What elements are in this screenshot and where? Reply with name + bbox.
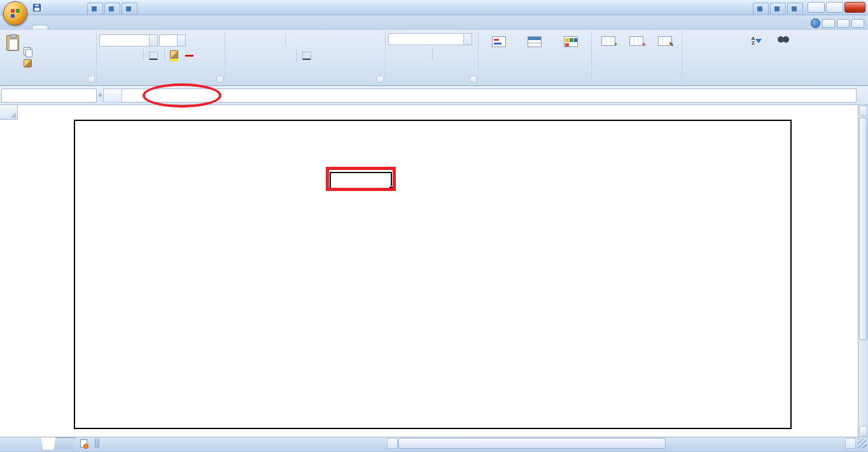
workbook-minimize-button[interactable] bbox=[822, 19, 835, 28]
formula-input[interactable] bbox=[122, 88, 857, 102]
grow-font-button[interactable] bbox=[187, 34, 199, 46]
italic-button[interactable] bbox=[113, 50, 125, 62]
clipboard-dialog-launcher[interactable] bbox=[88, 76, 95, 83]
align-bottom-button[interactable] bbox=[255, 34, 267, 46]
paste-button[interactable] bbox=[4, 33, 22, 74]
file-icon bbox=[92, 6, 97, 11]
window-tab[interactable] bbox=[122, 3, 137, 15]
tab-scroll-splitter[interactable] bbox=[95, 439, 99, 448]
font-color-button[interactable] bbox=[183, 50, 195, 62]
office-button[interactable] bbox=[3, 1, 27, 25]
tab-home[interactable] bbox=[32, 25, 48, 30]
scroll-right-button[interactable] bbox=[845, 438, 856, 449]
font-name-combo[interactable] bbox=[99, 34, 158, 46]
undo-button[interactable] bbox=[44, 2, 56, 13]
background-window-tabs-right bbox=[752, 0, 804, 15]
name-box-splitter[interactable] bbox=[97, 94, 103, 97]
vertical-scrollbar bbox=[858, 105, 868, 437]
find-select-button[interactable] bbox=[770, 33, 797, 74]
vertical-scroll-thumb[interactable] bbox=[859, 117, 867, 340]
number-dialog-launcher[interactable] bbox=[470, 76, 477, 83]
conditional-formatting-button[interactable] bbox=[481, 33, 517, 74]
tab-insert[interactable] bbox=[49, 25, 64, 30]
maximize-button[interactable] bbox=[826, 2, 843, 13]
cell-styles-button[interactable] bbox=[553, 33, 589, 74]
decrease-decimal-button[interactable] bbox=[449, 48, 461, 60]
fill-button[interactable] bbox=[685, 45, 743, 56]
tab-view[interactable] bbox=[129, 25, 144, 30]
cut-button[interactable] bbox=[22, 34, 36, 46]
minimize-button[interactable] bbox=[808, 2, 825, 13]
insert-function-button[interactable] bbox=[103, 88, 122, 102]
font-dialog-launcher[interactable] bbox=[216, 76, 223, 83]
file-icon bbox=[757, 6, 762, 11]
format-painter-button[interactable] bbox=[22, 57, 36, 69]
percent-button[interactable] bbox=[403, 48, 416, 60]
column-header-row bbox=[0, 105, 858, 120]
name-box[interactable] bbox=[1, 88, 97, 102]
sort-filter-button[interactable]: AZ bbox=[743, 33, 770, 74]
scroll-down-button[interactable] bbox=[859, 426, 867, 436]
tab-review[interactable] bbox=[113, 25, 128, 30]
window-tab[interactable] bbox=[87, 3, 103, 15]
sheet-tab-sheet1[interactable] bbox=[41, 437, 55, 449]
workbook-close-button[interactable] bbox=[851, 19, 864, 28]
merge-center-button[interactable] bbox=[300, 50, 319, 61]
window-tab[interactable] bbox=[753, 3, 769, 15]
shrink-font-button[interactable] bbox=[200, 34, 213, 46]
increase-indent-button[interactable] bbox=[281, 50, 293, 62]
insert-cells-button[interactable]: + bbox=[594, 33, 622, 74]
underline-button[interactable] bbox=[126, 50, 138, 62]
annotation-rectangle bbox=[326, 167, 396, 191]
align-center-button[interactable] bbox=[241, 50, 253, 62]
window-tab[interactable] bbox=[770, 3, 786, 15]
styles-group-label bbox=[479, 74, 591, 84]
clear-button[interactable] bbox=[685, 56, 743, 67]
format-cells-button[interactable]: ✎ bbox=[651, 33, 679, 74]
scroll-left-button[interactable] bbox=[387, 438, 398, 449]
cells-group: + × ✎ bbox=[592, 31, 682, 84]
save-button[interactable] bbox=[31, 2, 43, 13]
editing-group-label bbox=[682, 74, 799, 84]
number-format-combo[interactable] bbox=[388, 33, 472, 45]
comma-style-button[interactable] bbox=[417, 48, 429, 60]
format-as-table-button[interactable] bbox=[517, 33, 552, 74]
first-sheet-button[interactable] bbox=[0, 437, 11, 449]
copy-button[interactable] bbox=[22, 46, 36, 57]
align-left-button[interactable] bbox=[228, 50, 240, 62]
font-size-combo[interactable] bbox=[159, 34, 186, 46]
scroll-up-button[interactable] bbox=[859, 106, 867, 116]
autosum-button[interactable] bbox=[685, 33, 743, 45]
redo-button[interactable] bbox=[57, 2, 69, 13]
currency-button[interactable] bbox=[388, 48, 400, 60]
insert-worksheet-tab[interactable] bbox=[74, 437, 93, 449]
workbook-restore-button[interactable] bbox=[837, 19, 850, 28]
borders-button[interactable] bbox=[147, 50, 159, 62]
orientation-button[interactable] bbox=[268, 34, 280, 46]
sheet-tab-sheet3[interactable] bbox=[62, 437, 76, 449]
align-right-button[interactable] bbox=[255, 50, 267, 62]
wrap-text-button[interactable] bbox=[289, 34, 295, 46]
window-tab[interactable] bbox=[787, 3, 803, 15]
merge-center-icon bbox=[302, 52, 311, 60]
align-middle-button[interactable] bbox=[241, 34, 253, 46]
increase-decimal-button[interactable] bbox=[436, 48, 448, 60]
decrease-indent-button[interactable] bbox=[268, 50, 280, 62]
tab-formulas[interactable] bbox=[81, 25, 96, 30]
bold-button[interactable] bbox=[99, 50, 111, 62]
close-button[interactable] bbox=[844, 2, 865, 13]
delete-cells-button[interactable]: × bbox=[622, 33, 650, 74]
tab-data[interactable] bbox=[97, 25, 112, 30]
align-top-button[interactable] bbox=[228, 34, 240, 46]
number-group bbox=[386, 31, 479, 84]
help-button[interactable] bbox=[811, 18, 820, 28]
window-tab[interactable] bbox=[104, 3, 120, 15]
fill-color-button[interactable] bbox=[168, 50, 180, 62]
horizontal-scroll-thumb[interactable] bbox=[398, 438, 666, 449]
next-sheet-button[interactable] bbox=[22, 437, 32, 449]
previous-sheet-button[interactable] bbox=[11, 437, 22, 449]
alignment-dialog-launcher[interactable] bbox=[377, 76, 384, 83]
tab-page-layout[interactable] bbox=[65, 25, 80, 30]
resize-grip[interactable] bbox=[858, 439, 867, 448]
select-all-corner[interactable] bbox=[0, 105, 18, 120]
